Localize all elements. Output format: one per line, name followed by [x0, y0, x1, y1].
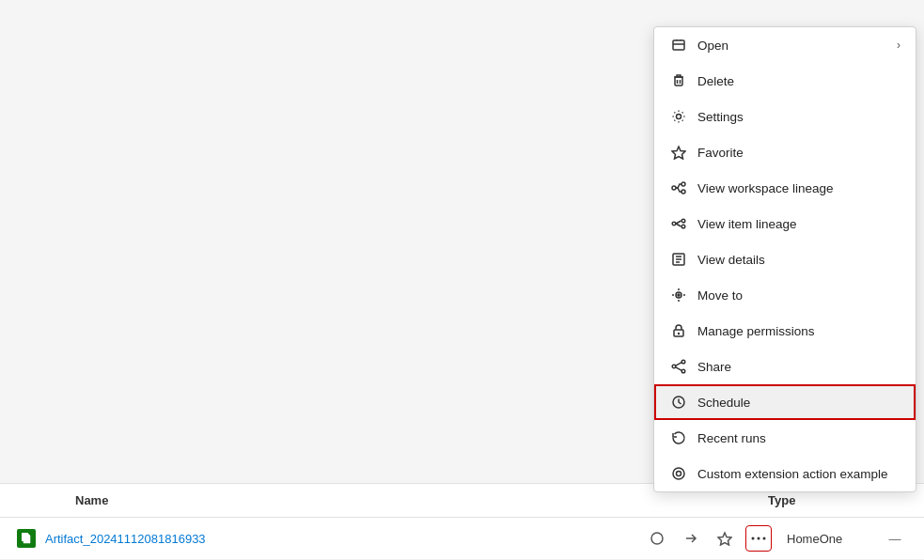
row-action-share-btn[interactable]: [678, 525, 704, 552]
menu-item-move-to[interactable]: Move to: [654, 277, 916, 313]
svg-point-15: [681, 360, 685, 364]
menu-item-view-item-lineage-label: View item lineage: [697, 217, 901, 231]
details-icon: [669, 250, 688, 269]
artifact-name[interactable]: Artifact_20241112081816933: [45, 532, 644, 546]
menu-item-open[interactable]: Open ›: [654, 27, 916, 63]
open-icon: [669, 36, 688, 54]
svg-marker-23: [718, 533, 731, 545]
artifact-extra: —: [881, 532, 909, 546]
menu-item-settings-label: Settings: [697, 110, 901, 124]
svg-point-20: [677, 472, 681, 476]
main-area: Open › Delete Settin: [0, 0, 924, 560]
column-header-name: Name: [45, 493, 580, 507]
row-file-icon: [15, 527, 38, 550]
svg-point-24: [752, 537, 755, 540]
move-icon: [669, 286, 688, 304]
menu-item-schedule[interactable]: Schedule: [654, 384, 916, 420]
menu-item-schedule-label: Schedule: [697, 396, 901, 410]
svg-point-8: [681, 219, 685, 223]
table-area: Name Type Artifact_20241112081816933: [0, 483, 924, 560]
menu-item-settings[interactable]: Settings: [654, 99, 916, 134]
settings-icon: [669, 107, 688, 126]
delete-icon: [669, 71, 688, 90]
menu-item-view-item-lineage[interactable]: View item lineage: [654, 206, 916, 241]
menu-item-recent-runs-label: Recent runs: [697, 431, 901, 445]
table-row: Artifact_20241112081816933: [0, 518, 924, 560]
recent-runs-icon: [669, 428, 688, 447]
menu-item-favorite[interactable]: Favorite: [654, 134, 916, 170]
menu-item-custom-extension-label: Custom extension action example: [697, 467, 901, 481]
svg-point-25: [758, 537, 760, 540]
artifact-icon: [17, 529, 36, 548]
row-action-circle-btn[interactable]: [644, 525, 670, 552]
menu-item-manage-permissions[interactable]: Manage permissions: [654, 313, 916, 349]
open-arrow-icon: ›: [897, 39, 901, 52]
row-actions: [644, 525, 772, 552]
menu-item-delete-label: Delete: [697, 74, 901, 88]
menu-item-open-label: Open: [697, 39, 897, 53]
menu-item-manage-permissions-label: Manage permissions: [697, 324, 901, 338]
menu-item-delete[interactable]: Delete: [654, 63, 916, 99]
svg-point-9: [681, 225, 685, 228]
svg-point-2: [677, 115, 681, 119]
column-header-type: Type: [768, 493, 881, 507]
menu-item-share-label: Share: [697, 360, 901, 374]
svg-rect-1: [675, 77, 682, 86]
permissions-icon: [669, 321, 688, 340]
menu-item-move-to-label: Move to: [697, 288, 901, 303]
svg-point-6: [681, 190, 685, 194]
menu-item-view-details-label: View details: [697, 253, 901, 267]
menu-item-view-workspace-lineage-label: View workspace lineage: [697, 181, 901, 195]
svg-point-4: [672, 186, 676, 190]
row-action-star-btn[interactable]: [712, 525, 738, 552]
svg-rect-0: [673, 40, 684, 50]
menu-item-view-details[interactable]: View details: [654, 241, 916, 277]
lineage-icon: [669, 179, 688, 197]
custom-icon: [669, 464, 688, 483]
item-lineage-icon: [669, 214, 688, 233]
schedule-icon: [669, 393, 688, 412]
menu-item-favorite-label: Favorite: [697, 146, 901, 160]
svg-point-19: [673, 468, 684, 479]
svg-point-16: [672, 365, 676, 368]
svg-point-7: [672, 222, 676, 226]
svg-point-22: [651, 533, 663, 544]
menu-item-recent-runs[interactable]: Recent runs: [654, 420, 916, 456]
svg-point-12: [678, 294, 680, 296]
row-action-more-btn[interactable]: [745, 525, 772, 552]
menu-item-view-workspace-lineage[interactable]: View workspace lineage: [654, 170, 916, 206]
svg-marker-3: [672, 147, 685, 159]
share-icon: [669, 357, 688, 376]
context-menu: Open › Delete Settin: [653, 26, 916, 492]
favorite-icon: [669, 143, 688, 162]
menu-item-custom-extension[interactable]: Custom extension action example: [654, 456, 916, 491]
svg-point-17: [681, 369, 685, 373]
menu-item-share[interactable]: Share: [654, 349, 916, 384]
svg-point-26: [763, 537, 766, 540]
artifact-type: HomeOne: [787, 532, 881, 546]
svg-point-14: [678, 333, 680, 334]
svg-point-5: [681, 182, 685, 186]
